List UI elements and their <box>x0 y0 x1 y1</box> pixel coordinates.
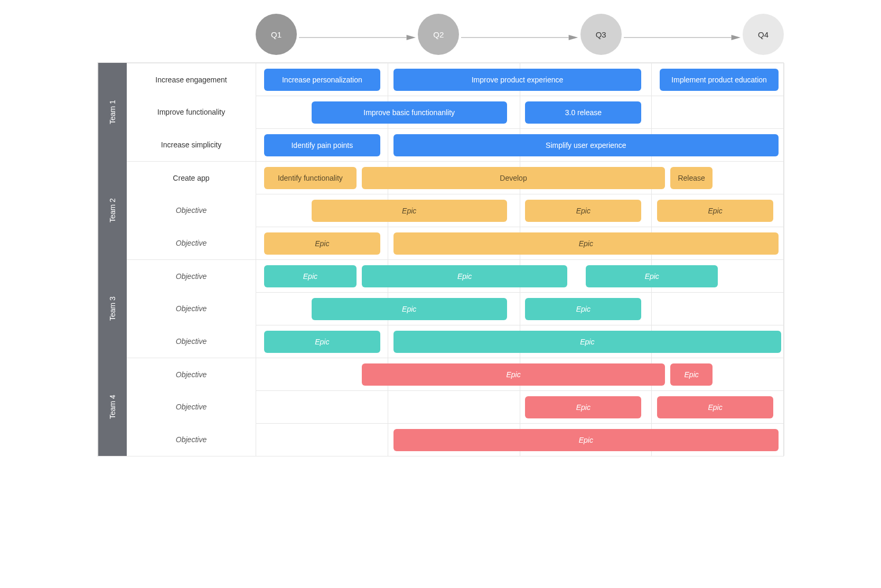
timeline-row: EpicEpic <box>256 390 784 423</box>
timeline-row: EpicEpic <box>256 358 784 390</box>
epic-bar[interactable]: Develop <box>362 167 665 189</box>
team-label: Team 2 <box>98 161 127 259</box>
epic-bar[interactable]: Epic <box>657 396 773 418</box>
timeline-row: Improve basic functionanlity3.0 release <box>256 96 784 128</box>
timeline-row: EpicEpicEpic <box>256 259 784 292</box>
epic-bar[interactable]: Epic <box>312 200 507 222</box>
epic-bar[interactable]: Implement product education <box>660 69 779 91</box>
objective-cell: Increase engagement <box>127 63 256 96</box>
quarter-q1: Q1 <box>256 14 297 55</box>
timeline-row: Increase personalizationImprove product … <box>256 63 784 96</box>
objective-cell: Objective <box>127 358 256 390</box>
team-label: Team 1 <box>98 63 127 161</box>
epic-bar[interactable]: Epic <box>393 331 781 353</box>
arrow-icon <box>624 34 741 35</box>
epic-bar[interactable]: Simplify user experience <box>393 134 779 156</box>
svg-marker-1 <box>407 35 416 40</box>
epic-bar[interactable]: Epic <box>525 200 641 222</box>
epic-bar[interactable]: Epic <box>525 396 641 418</box>
epic-bar[interactable]: Epic <box>264 232 380 255</box>
epic-bar[interactable]: Epic <box>264 265 357 287</box>
quarters-header: Q1 Q2 Q3 Q4 <box>256 11 784 58</box>
epic-bar[interactable]: Increase personalization <box>264 69 380 91</box>
epic-bar[interactable]: Epic <box>657 200 773 222</box>
timeline-row: Epic <box>256 423 784 456</box>
epic-bar[interactable]: Improve product experience <box>393 69 642 91</box>
timeline-row: Identify pain pointsSimplify user experi… <box>256 128 784 161</box>
epic-bar[interactable]: 3.0 release <box>525 101 641 124</box>
roadmap-grid: Team 1Increase engagementIncrease person… <box>97 62 784 456</box>
objective-cell: Objective <box>127 227 256 259</box>
epic-bar[interactable]: Epic <box>586 265 718 287</box>
arrow-icon <box>461 34 578 35</box>
team-label: Team 4 <box>98 358 127 456</box>
objective-cell: Objective <box>127 292 256 325</box>
svg-marker-3 <box>569 35 578 40</box>
epic-bar[interactable]: Epic <box>525 298 641 320</box>
timeline-row: EpicEpic <box>256 227 784 259</box>
objective-cell: Objective <box>127 325 256 358</box>
timeline-row: Identify functionalityDevelopRelease <box>256 161 784 194</box>
epic-bar[interactable]: Identify pain points <box>264 134 380 156</box>
epic-bar[interactable]: Identify functionality <box>264 167 357 189</box>
timeline-row: EpicEpic <box>256 292 784 325</box>
quarter-q3: Q3 <box>580 14 622 55</box>
quarter-q4: Q4 <box>743 14 784 55</box>
timeline-row: EpicEpic <box>256 325 784 358</box>
timeline-row: EpicEpicEpic <box>256 194 784 227</box>
quarter-q2: Q2 <box>418 14 459 55</box>
epic-bar[interactable]: Epic <box>264 331 380 353</box>
epic-bar[interactable]: Epic <box>670 363 713 386</box>
team-label: Team 3 <box>98 259 127 358</box>
objective-cell: Objective <box>127 390 256 423</box>
objective-cell: Create app <box>127 161 256 194</box>
objective-cell: Objective <box>127 194 256 227</box>
objective-cell: Increase simplicity <box>127 128 256 161</box>
objective-cell: Objective <box>127 259 256 292</box>
epic-bar[interactable]: Epic <box>362 265 568 287</box>
epic-bar[interactable]: Epic <box>393 429 779 451</box>
epic-bar[interactable]: Release <box>670 167 713 189</box>
roadmap: Q1 Q2 Q3 Q4 Team 1Increase engagementInc… <box>97 11 784 456</box>
epic-bar[interactable]: Epic <box>362 363 665 386</box>
arrow-icon <box>299 34 416 35</box>
epic-bar[interactable]: Improve basic functionanlity <box>312 101 507 124</box>
epic-bar[interactable]: Epic <box>312 298 507 320</box>
objective-cell: Improve functionality <box>127 96 256 128</box>
objective-cell: Objective <box>127 423 256 456</box>
svg-marker-5 <box>731 35 741 40</box>
epic-bar[interactable]: Epic <box>393 232 779 255</box>
